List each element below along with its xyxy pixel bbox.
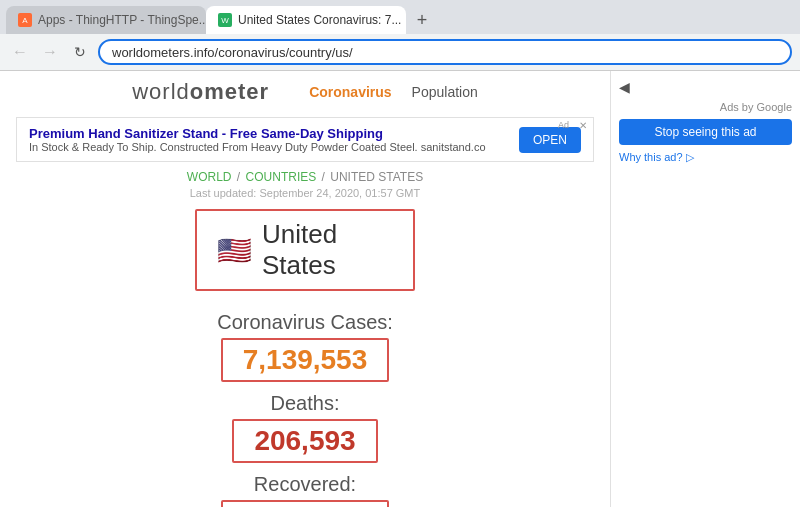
site-header: worldometer Coronavirus Population (0, 71, 610, 109)
tab-1-favicon: A (18, 13, 32, 27)
main-content: worldometer Coronavirus Population Ad ✕ … (0, 71, 610, 507)
deaths-label: Deaths: (0, 392, 610, 415)
why-this-ad-link[interactable]: Why this ad? ▷ (619, 151, 792, 164)
page-content: worldometer Coronavirus Population Ad ✕ … (0, 71, 800, 507)
ads-by-google: Ads by Google (619, 101, 792, 113)
refresh-button[interactable]: ↻ (68, 40, 92, 64)
logo-left: world (132, 79, 190, 104)
country-name: United States (262, 219, 393, 281)
cases-label: Coronavirus Cases: (0, 311, 610, 334)
tab-1-label: Apps - ThingHTTP - ThingSpe... (38, 13, 206, 27)
ad-banner: Ad ✕ Premium Hand Sanitizer Stand - Free… (16, 117, 594, 162)
nav-population[interactable]: Population (412, 84, 478, 100)
tab-1[interactable]: A Apps - ThingHTTP - ThingSpe... ✕ (6, 6, 206, 34)
breadcrumb: WORLD / COUNTRIES / UNITED STATES (0, 170, 610, 184)
last-updated: Last updated: September 24, 2020, 01:57 … (0, 187, 610, 199)
sidebar-collapse-button[interactable]: ◀ (619, 79, 792, 95)
address-bar-row: ← → ↻ (0, 34, 800, 70)
back-button[interactable]: ← (8, 40, 32, 64)
deaths-section: Deaths: 206,593 (0, 392, 610, 463)
tab-2-favicon: W (218, 13, 232, 27)
country-flag: 🇺🇸 (217, 234, 252, 267)
recovered-section: Recovered: 4,398,907 (0, 473, 610, 507)
stop-seeing-ad-button[interactable]: Stop seeing this ad (619, 119, 792, 145)
browser-chrome: A Apps - ThingHTTP - ThingSpe... ✕ W Uni… (0, 0, 800, 71)
ad-open-button[interactable]: OPEN (519, 127, 581, 153)
site-nav: Coronavirus Population (309, 84, 478, 100)
breadcrumb-countries[interactable]: COUNTRIES (246, 170, 317, 184)
ad-title: Premium Hand Sanitizer Stand - Free Same… (29, 126, 486, 141)
country-title-box: 🇺🇸 United States (195, 209, 415, 291)
breadcrumb-world[interactable]: WORLD (187, 170, 232, 184)
ad-description: In Stock & Ready To Ship. Constructed Fr… (29, 141, 486, 153)
deaths-value: 206,593 (232, 419, 377, 463)
sidebar: ◀ Ads by Google Stop seeing this ad Why … (610, 71, 800, 507)
cases-value: 7,139,553 (221, 338, 390, 382)
breadcrumb-sep1: / (237, 170, 240, 184)
ad-close-button[interactable]: ✕ (579, 120, 587, 131)
tab-2-label: United States Coronavirus: 7... (238, 13, 401, 27)
recovered-value: 4,398,907 (221, 500, 390, 507)
new-tab-button[interactable]: + (410, 8, 434, 32)
tab-bar: A Apps - ThingHTTP - ThingSpe... ✕ W Uni… (0, 0, 800, 34)
breadcrumb-current: UNITED STATES (330, 170, 423, 184)
site-logo: worldometer (132, 79, 269, 105)
logo-right: ometer (190, 79, 269, 104)
tab-2[interactable]: W United States Coronavirus: 7... ✕ (206, 6, 406, 34)
country-title-wrapper: 🇺🇸 United States (0, 199, 610, 301)
ad-text: Premium Hand Sanitizer Stand - Free Same… (29, 126, 486, 153)
ad-label: Ad (558, 120, 569, 130)
cases-section: Coronavirus Cases: 7,139,553 (0, 311, 610, 382)
address-input[interactable] (98, 39, 792, 65)
forward-button[interactable]: → (38, 40, 62, 64)
recovered-label: Recovered: (0, 473, 610, 496)
breadcrumb-sep2: / (322, 170, 325, 184)
nav-coronavirus[interactable]: Coronavirus (309, 84, 391, 100)
